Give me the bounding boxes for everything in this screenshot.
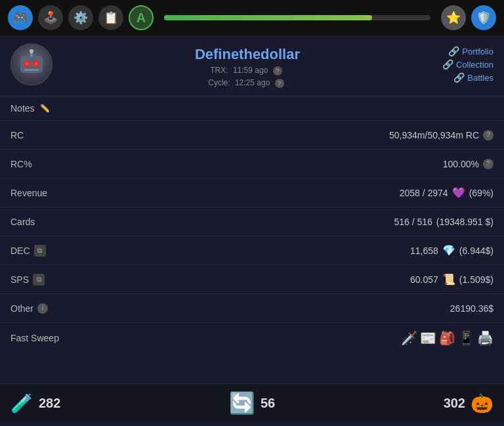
main-content: Definethedollar TRX: 11:59 ago ? Cycle: … <box>0 35 504 422</box>
stats-row-rc-percent: RC% 100.00% ? <box>0 149 504 178</box>
sweep-icon-3[interactable]: 🎒 <box>439 330 455 346</box>
profile-section: Definethedollar TRX: 11:59 ago ? Cycle: … <box>0 35 504 96</box>
cycle-time: 12:25 ago <box>235 78 270 87</box>
username: Definethedollar <box>63 46 432 63</box>
stats-row-fast-sweep: Fast Sweep 🗡️ 📰 🎒 📱 🖨️ <box>0 322 504 353</box>
sps-label: SPS ⧉ <box>10 274 45 286</box>
notes-label: Notes <box>10 103 35 114</box>
progress-bar <box>164 15 430 20</box>
nav-icon-shield[interactable]: 🛡️ <box>471 5 496 30</box>
other-label: Other i <box>10 303 48 314</box>
bottom-right: 302 🎃 <box>444 393 494 414</box>
nav-icon-star[interactable]: ⭐ <box>441 5 466 30</box>
portfolio-icon: 🔗 <box>448 46 459 56</box>
nav-icon-game[interactable]: 🎮 <box>8 5 33 30</box>
portfolio-label: Portfolio <box>462 47 494 56</box>
cards-label: Cards <box>10 217 35 227</box>
rc-value: 50,934m/50,934m RC ? <box>389 130 494 140</box>
sweep-icon-2[interactable]: 📰 <box>420 330 436 346</box>
fast-sweep-label: Fast Sweep <box>10 333 59 343</box>
potion-yellow-icon: 🧪 <box>10 393 33 414</box>
svg-point-4 <box>35 62 37 65</box>
dec-copy-icon[interactable]: ⧉ <box>34 245 46 257</box>
avatar-image <box>12 45 51 84</box>
svg-point-3 <box>26 62 28 65</box>
revenue-label: Revenue <box>10 188 47 198</box>
stats-row-sps: SPS ⧉ 60.057 📜 (1.509$) <box>0 265 504 293</box>
sps-value: 60.057 📜 (1.509$) <box>410 273 494 286</box>
potion-orange-icon: 🎃 <box>471 393 494 414</box>
bottom-bar: 🧪 282 🔄 56 302 🎃 <box>0 383 504 422</box>
cycle-info-icon[interactable]: ? <box>275 79 284 88</box>
cycle-label: Cycle: <box>208 78 230 87</box>
nav-icon-doc[interactable]: 📋 <box>98 5 123 30</box>
sps-icon: 📜 <box>442 273 455 286</box>
energy-icon: 🔄 <box>229 391 255 415</box>
avatar <box>10 43 52 85</box>
dec-value: 11,658 💎 (6.944$) <box>410 244 494 257</box>
top-navigation: 🎮 🕹️ ⚙️ 📋 A ⭐ 🛡️ <box>0 0 504 35</box>
revenue-value: 2058 / 2974 💜 (69%) <box>400 186 494 199</box>
bottom-center: 🔄 56 <box>229 391 275 415</box>
revenue-icon: 💜 <box>452 186 465 199</box>
trx-time: 11:59 ago <box>233 66 268 75</box>
svg-rect-5 <box>24 69 39 71</box>
rc-percent-label: RC% <box>10 159 32 169</box>
stats-row-rc: RC 50,934m/50,934m RC ? <box>0 120 504 149</box>
portfolio-link[interactable]: 🔗 Portfolio <box>448 46 494 56</box>
other-value: 26190.36$ <box>450 303 494 314</box>
stats-row-revenue: Revenue 2058 / 2974 💜 (69%) <box>0 178 504 207</box>
collection-icon: 🔗 <box>442 59 453 70</box>
profile-center: Definethedollar TRX: 11:59 ago ? Cycle: … <box>63 43 432 88</box>
dec-label: DEC ⧉ <box>10 245 46 257</box>
sweep-icons: 🗡️ 📰 🎒 📱 🖨️ <box>401 330 494 346</box>
rc-question-icon[interactable]: ? <box>483 130 494 140</box>
progress-bar-fill <box>164 15 372 20</box>
stats-row-other: Other i 26190.36$ <box>0 293 504 322</box>
edit-notes-icon[interactable]: ✏️ <box>40 104 50 113</box>
sweep-icon-4[interactable]: 📱 <box>458 330 474 346</box>
rc-percent-question-icon[interactable]: ? <box>483 159 494 169</box>
rc-label: RC <box>10 130 24 140</box>
nav-icon-settings[interactable]: ⚙️ <box>68 5 93 30</box>
collection-label: Collection <box>456 60 494 70</box>
trx-label: TRX: <box>210 66 228 75</box>
nav-icon-letter[interactable]: A <box>129 5 154 30</box>
dec-icon: 💎 <box>442 244 455 257</box>
trx-info-icon[interactable]: ? <box>273 66 282 75</box>
battles-label: Battles <box>467 73 494 83</box>
bottom-center-value: 56 <box>261 396 275 411</box>
other-info-icon[interactable]: i <box>37 303 48 314</box>
sps-copy-icon[interactable]: ⧉ <box>33 274 45 286</box>
battles-link[interactable]: 🔗 Battles <box>453 72 494 83</box>
sweep-icon-1[interactable]: 🗡️ <box>401 330 417 346</box>
battles-icon: 🔗 <box>453 72 465 83</box>
robot-avatar-svg <box>15 48 48 81</box>
collection-link[interactable]: 🔗 Collection <box>442 59 494 70</box>
nav-icon-controller[interactable]: 🕹️ <box>38 5 63 30</box>
trx-info: TRX: 11:59 ago ? <box>63 66 432 75</box>
bottom-right-value: 302 <box>444 396 465 411</box>
profile-links: 🔗 Portfolio 🔗 Collection 🔗 Battles <box>442 43 494 83</box>
bottom-left: 🧪 282 <box>10 393 60 414</box>
bottom-left-value: 282 <box>39 396 60 411</box>
cards-value: 516 / 516 (19348.951 $) <box>394 217 494 227</box>
cycle-info: Cycle: 12:25 ago ? <box>63 78 432 88</box>
stats-row-dec: DEC ⧉ 11,658 💎 (6.944$) <box>0 236 504 265</box>
stats-row-cards: Cards 516 / 516 (19348.951 $) <box>0 207 504 236</box>
svg-point-7 <box>30 49 33 53</box>
rc-percent-value: 100.00% ? <box>443 159 494 169</box>
notes-section: Notes ✏️ <box>0 96 504 120</box>
sweep-icon-5[interactable]: 🖨️ <box>477 330 494 346</box>
